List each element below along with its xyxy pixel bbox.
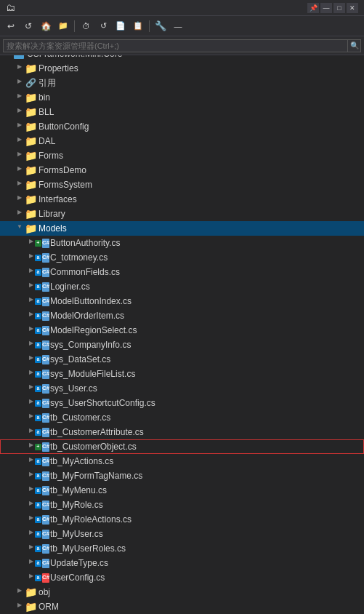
- tree-item-buttonauthority[interactable]: + C# ButtonAuthority.cs: [0, 236, 364, 250]
- settings-button[interactable]: 🔧: [153, 18, 169, 34]
- tree-item-modelregionselect[interactable]: a C# ModelRegionSelect.cs: [0, 323, 364, 338]
- item-label: CommonFields.cs: [50, 265, 120, 279]
- tree-item-bin[interactable]: 📁bin: [0, 90, 364, 105]
- tree-item-tbcustomerobject[interactable]: + C# tb_CustomerObject.cs: [0, 439, 364, 454]
- search-button[interactable]: 🔍: [348, 39, 361, 52]
- tree-item-sysusershortcutconfig[interactable]: a C# sys_UserShortcutConfig.cs: [0, 396, 364, 410]
- expand-arrow[interactable]: [15, 180, 25, 190]
- refresh-button[interactable]: ⏱: [78, 18, 94, 34]
- item-label: 引用: [39, 76, 56, 90]
- item-label: FormsSystem: [39, 178, 92, 192]
- expand-arrow[interactable]: [15, 602, 25, 612]
- pin-button[interactable]: 📌: [307, 3, 319, 13]
- tree-item-orm[interactable]: 📁ORM: [0, 599, 364, 614]
- minimize-button[interactable]: —: [320, 3, 332, 13]
- item-label: sys_ModuleFileList.cs: [50, 367, 135, 381]
- tree-container[interactable]: C# Program.cs CS CSFramework.Mini.Core📁P…: [0, 55, 364, 614]
- item-label: ButtonConfig: [39, 119, 89, 134]
- tree-item-dal[interactable]: 📁DAL: [0, 134, 364, 148]
- expand-arrow[interactable]: [15, 63, 25, 73]
- item-label: Properties: [39, 61, 78, 76]
- expand-arrow[interactable]: [15, 223, 25, 234]
- tree-item-csframework[interactable]: CS CSFramework.Mini.Core: [0, 55, 364, 61]
- tree-item-properties[interactable]: 📁Properties: [0, 61, 364, 76]
- tree-item-formssystem[interactable]: 📁FormsSystem: [0, 178, 364, 192]
- expand-arrow[interactable]: [15, 136, 25, 146]
- tree-item-models[interactable]: 📁Models: [0, 221, 364, 236]
- close-button[interactable]: ✕: [347, 3, 358, 13]
- item-label: tb_MyMenu.cs: [50, 483, 107, 498]
- expand-arrow[interactable]: [15, 78, 25, 88]
- item-label: UserConfig.cs: [50, 570, 105, 585]
- tree-item-ctotmoney[interactable]: a C# C_totmoney.cs: [0, 250, 364, 265]
- tree-item-ref[interactable]: 🔗引用: [0, 76, 364, 90]
- expand-arrow[interactable]: [15, 151, 25, 161]
- tree-item-sysmodulefilelist[interactable]: a C# sys_ModuleFileList.cs: [0, 367, 364, 381]
- expand-arrow[interactable]: [15, 92, 25, 103]
- item-label: tb_MyRole.cs: [50, 498, 103, 512]
- title-bar-icon: 🗂: [6, 2, 15, 13]
- item-label: tb_MyRoleActions.cs: [50, 512, 132, 527]
- solution-properties-button[interactable]: 📁: [55, 18, 71, 34]
- auto-hide-button[interactable]: □: [333, 3, 345, 13]
- tree-item-updatetype[interactable]: a C# UpdateType.cs: [0, 556, 364, 570]
- item-label: tb_CustomerAttribute.cs: [50, 425, 144, 439]
- item-label: ModelButtonIndex.cs: [50, 294, 132, 308]
- tree-item-formsdemo[interactable]: 📁FormsDemo: [0, 163, 364, 178]
- tree-item-userconfig[interactable]: a C# UserConfig.cs: [0, 570, 364, 585]
- extra-button[interactable]: —: [170, 18, 186, 34]
- sync-button[interactable]: ↺: [95, 18, 111, 34]
- search-input[interactable]: [3, 39, 348, 52]
- item-label: C_totmoney.cs: [50, 250, 108, 265]
- tree-item-tbmyformtagname[interactable]: a C# tb_MyFormTagName.cs: [0, 469, 364, 483]
- expand-arrow[interactable]: [15, 209, 25, 219]
- item-label: ModelRegionSelect.cs: [50, 323, 137, 338]
- expand-arrow[interactable]: [3, 55, 13, 59]
- tree-item-tbmyroleactions[interactable]: a C# tb_MyRoleActions.cs: [0, 512, 364, 527]
- tree-item-obj[interactable]: 📁obj: [0, 585, 364, 599]
- tree-item-library[interactable]: 📁Library: [0, 207, 364, 221]
- tree-item-commonfields[interactable]: a C# CommonFields.cs: [0, 265, 364, 279]
- tree-item-syscompanyinfo[interactable]: a C# sys_CompanyInfo.cs: [0, 338, 364, 352]
- expand-arrow[interactable]: [15, 107, 25, 117]
- back-button[interactable]: ↩: [3, 18, 19, 34]
- expand-arrow[interactable]: [15, 587, 25, 597]
- item-label: Loginer.cs: [50, 279, 90, 294]
- show-all-files-button[interactable]: 📋: [130, 18, 146, 34]
- home-button[interactable]: 🏠: [38, 18, 54, 34]
- item-label: UpdateType.cs: [50, 556, 108, 570]
- tree-item-bll[interactable]: 📁BLL: [0, 105, 364, 119]
- item-label: tb_MyUserRoles.cs: [50, 541, 126, 556]
- tree-item-tbmyuser[interactable]: a C# tb_MyUser.cs: [0, 527, 364, 541]
- tree-item-forms[interactable]: 📁Forms: [0, 148, 364, 163]
- tree-item-sysuser[interactable]: a C# sys_User.cs: [0, 381, 364, 396]
- item-label: tb_Customer.cs: [50, 410, 110, 425]
- item-label: ModelOrderItem.cs: [50, 308, 124, 323]
- tree-item-tbmyuserroles[interactable]: a C# tb_MyUserRoles.cs: [0, 541, 364, 556]
- tree-item-tbmyactions[interactable]: a C# tb_MyActions.cs: [0, 454, 364, 469]
- new-item-button[interactable]: 📄: [113, 18, 129, 34]
- tree-item-loginer[interactable]: a C# Loginer.cs: [0, 279, 364, 294]
- tree-item-tbmyrole[interactable]: a C# tb_MyRole.cs: [0, 498, 364, 512]
- forward-button[interactable]: ↺: [20, 18, 36, 34]
- tree-item-tbmymenu[interactable]: a C# tb_MyMenu.cs: [0, 483, 364, 498]
- item-label: DAL: [39, 134, 55, 148]
- tree-item-tbcustomerattribute[interactable]: a C# tb_CustomerAttribute.cs: [0, 425, 364, 439]
- item-label: ButtonAuthority.cs: [50, 236, 121, 250]
- tree-item-modelbuttonindex[interactable]: a C# ModelButtonIndex.cs: [0, 294, 364, 308]
- item-label: obj: [39, 585, 50, 599]
- item-label: BLL: [39, 105, 54, 119]
- tree-item-modelorderitem[interactable]: a C# ModelOrderItem.cs: [0, 308, 364, 323]
- tree-item-interfaces[interactable]: 📁Interfaces: [0, 192, 364, 207]
- toolbar: ↩ ↺ 🏠 📁 ⏱ ↺ 📄 📋 🔧 —: [0, 16, 364, 36]
- tree-item-sysdataset[interactable]: a C# sys_DataSet.cs: [0, 352, 364, 367]
- expand-arrow[interactable]: [15, 165, 25, 175]
- item-label: sys_User.cs: [50, 381, 97, 396]
- item-label: Interfaces: [39, 192, 77, 207]
- expand-arrow[interactable]: [15, 194, 25, 204]
- item-label: tb_MyActions.cs: [50, 454, 113, 469]
- tree-item-buttonconfig[interactable]: 📁ButtonConfig: [0, 119, 364, 134]
- tree-item-tbcustomer[interactable]: a C# tb_Customer.cs: [0, 410, 364, 425]
- expand-arrow[interactable]: [15, 121, 25, 132]
- item-label: ORM: [39, 599, 59, 614]
